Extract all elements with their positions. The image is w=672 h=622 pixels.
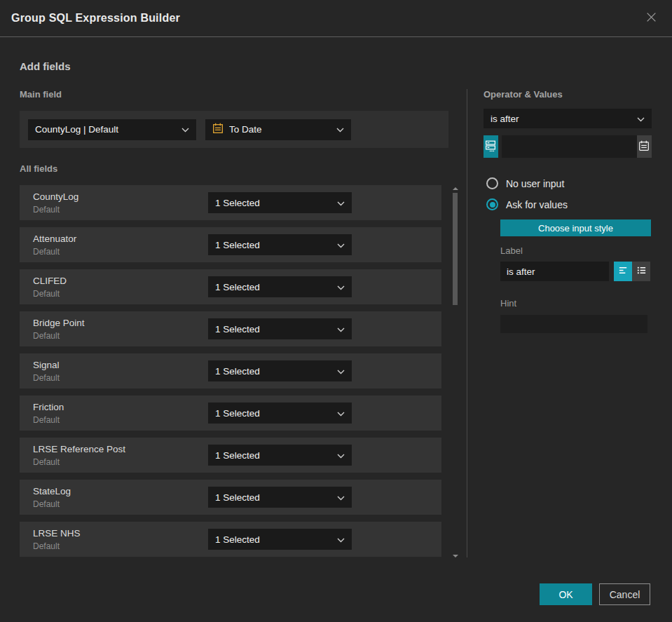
close-button[interactable] [643, 8, 660, 28]
field-row: StateLog Default 1 Selected [20, 480, 441, 515]
operator-select-value: is after [491, 114, 631, 124]
scroll-down-arrow[interactable] [453, 555, 458, 557]
field-row: Friction Default 1 Selected [20, 395, 441, 431]
field-name: LRSE NHS [33, 528, 81, 539]
main-field-label: Main field [20, 89, 467, 100]
stacked-values-icon [484, 140, 497, 154]
dialog-body: Add fields Main field CountyLog | Defaul… [0, 37, 672, 557]
ok-button[interactable]: OK [540, 583, 592, 605]
field-row: LRSE Reference Post Default 1 Selected [20, 438, 441, 473]
field-selection-value: 1 Selected [215, 366, 331, 377]
field-type: Default [33, 205, 78, 215]
field-selection-dropdown[interactable]: 1 Selected [208, 276, 352, 297]
field-selection-value: 1 Selected [215, 450, 331, 461]
field-name: Bridge Point [33, 318, 85, 328]
ask-for-values-label: Ask for values [506, 199, 568, 210]
scroll-up-arrow[interactable] [453, 187, 458, 190]
field-selection-dropdown[interactable]: 1 Selected [208, 192, 352, 213]
field-type: Default [33, 289, 67, 299]
hint-input[interactable] [500, 315, 647, 333]
operator-values-panel: Operator & Values is after [484, 89, 652, 557]
field-selection-value: 1 Selected [215, 282, 331, 292]
field-selection-value: 1 Selected [215, 198, 331, 208]
field-selection-value: 1 Selected [215, 240, 331, 250]
field-name: LRSE Reference Post [33, 444, 125, 454]
close-icon [645, 11, 657, 25]
field-selection-dropdown[interactable]: 1 Selected [208, 487, 352, 508]
value-input-row [484, 135, 652, 158]
fields-panel: Main field CountyLog | Default [20, 89, 467, 557]
list-icon [636, 265, 647, 278]
chevron-down-icon [337, 534, 345, 545]
calendar-icon [638, 140, 650, 154]
main-field-select-value: CountyLog | Default [35, 124, 176, 135]
field-selection-dropdown[interactable]: 1 Selected [208, 445, 352, 466]
add-fields-heading: Add fields [20, 60, 652, 72]
choose-input-style-button[interactable]: Choose input style [500, 219, 651, 236]
field-type: Default [33, 499, 71, 509]
all-fields-list: CountyLog Default 1 Selected Attenuator … [20, 185, 467, 557]
field-name: CLIFED [33, 276, 67, 286]
chevron-down-icon [337, 282, 345, 292]
date-field-select-value: To Date [229, 124, 331, 135]
cancel-button[interactable]: Cancel [599, 583, 650, 605]
user-input-options: No user input Ask for values [486, 177, 652, 210]
field-name: Signal [33, 360, 60, 370]
ask-for-values-config: Choose input style Label [500, 219, 652, 333]
radio-selected[interactable] [486, 198, 498, 210]
field-selection-dropdown[interactable]: 1 Selected [208, 234, 352, 255]
columns: Main field CountyLog | Default [20, 89, 652, 557]
multiple-values-button[interactable] [484, 135, 498, 158]
field-selection-dropdown[interactable]: 1 Selected [208, 529, 352, 550]
field-row: Bridge Point Default 1 Selected [20, 311, 441, 346]
field-name: StateLog [33, 486, 71, 496]
hint-caption: Hint [500, 298, 652, 309]
ask-for-values-option[interactable]: Ask for values [486, 198, 652, 210]
list-style-button[interactable] [632, 262, 650, 281]
label-input[interactable] [500, 262, 609, 281]
dialog-title: Group SQL Expression Builder [11, 12, 180, 25]
scrollbar-thumb[interactable] [453, 193, 458, 305]
field-name: CountyLog [33, 191, 78, 202]
field-name: Attenuator [33, 234, 76, 244]
field-selection-dropdown[interactable]: 1 Selected [208, 318, 352, 339]
dialog-header: Group SQL Expression Builder [0, 0, 672, 37]
field-selection-dropdown[interactable]: 1 Selected [208, 360, 352, 381]
chevron-down-icon [337, 450, 345, 461]
main-field-select[interactable]: CountyLog | Default [28, 119, 196, 140]
chevron-down-icon [337, 492, 345, 503]
operator-select[interactable]: is after [484, 109, 652, 128]
field-type: Default [33, 415, 64, 425]
chevron-down-icon [337, 240, 345, 250]
chevron-down-icon [337, 198, 345, 208]
field-selection-value: 1 Selected [215, 492, 331, 503]
value-input[interactable] [502, 135, 637, 158]
radio-unselected[interactable] [486, 177, 498, 189]
calendar-icon [212, 123, 224, 136]
field-name: Friction [33, 402, 64, 412]
no-user-input-label: No user input [506, 178, 564, 189]
list-scrollbar[interactable] [452, 185, 458, 557]
date-field-select[interactable]: To Date [205, 119, 351, 140]
chevron-down-icon [337, 324, 345, 334]
field-row: CLIFED Default 1 Selected [20, 269, 441, 304]
field-type: Default [33, 541, 81, 551]
field-selection-value: 1 Selected [215, 534, 331, 545]
label-input-row [500, 262, 652, 281]
group-sql-expression-builder-dialog: Group SQL Expression Builder Add fields … [0, 0, 672, 622]
single-value-style-button[interactable] [614, 262, 632, 281]
field-selection-value: 1 Selected [215, 408, 331, 419]
field-row: CountyLog Default 1 Selected [20, 185, 441, 220]
date-picker-button[interactable] [637, 135, 652, 158]
label-caption: Label [500, 245, 652, 256]
field-selection-value: 1 Selected [215, 324, 331, 334]
panel-divider [467, 89, 467, 557]
field-row: Signal Default 1 Selected [20, 353, 441, 388]
chevron-down-icon [336, 124, 344, 135]
no-user-input-option[interactable]: No user input [486, 177, 652, 189]
dialog-footer: OK Cancel [540, 583, 650, 605]
field-type: Default [33, 457, 125, 467]
field-type: Default [33, 373, 60, 383]
field-selection-dropdown[interactable]: 1 Selected [208, 403, 352, 424]
field-type: Default [33, 247, 76, 257]
